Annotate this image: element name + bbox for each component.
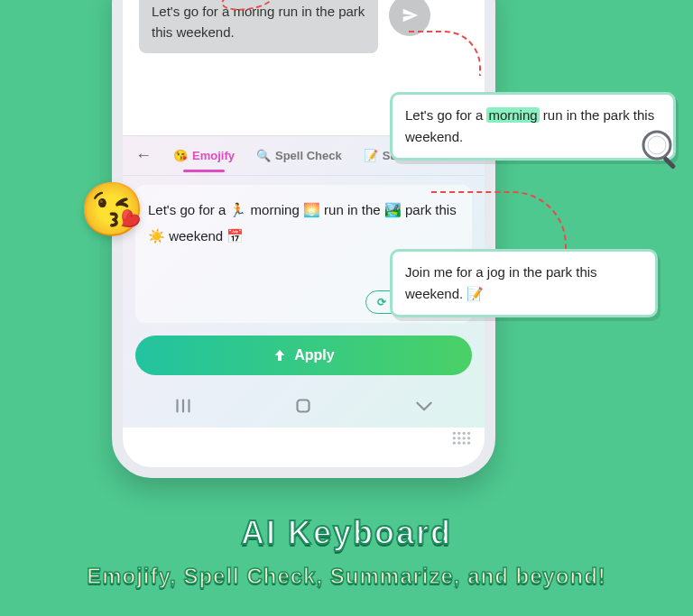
svg-point-2 xyxy=(457,432,460,435)
svg-point-4 xyxy=(467,432,470,435)
svg-point-7 xyxy=(463,437,466,439)
spellcheck-prefix: Let's go for a xyxy=(405,107,486,123)
up-arrow-icon xyxy=(273,348,287,363)
svg-rect-0 xyxy=(298,400,310,412)
spellcheck-callout: Let's go for a morning run in the park t… xyxy=(390,92,676,161)
svg-point-11 xyxy=(463,442,466,445)
recent-apps-button[interactable] xyxy=(171,394,195,421)
apply-button[interactable]: Apply xyxy=(135,336,472,375)
svg-point-3 xyxy=(463,432,466,435)
back-nav-button[interactable] xyxy=(412,394,436,421)
tab-spellcheck[interactable]: 🔍 Spell Check xyxy=(256,149,342,162)
keyboard-toggle-icon[interactable] xyxy=(450,429,474,456)
emojify-result-text: Let's go for a 🏃 morning 🌅 run in the 🏞️… xyxy=(148,202,457,244)
tab-emojify[interactable]: 😘 Emojify xyxy=(173,149,235,162)
headline: AI Keyboard xyxy=(0,514,693,552)
svg-point-1 xyxy=(453,432,456,435)
subline: Emojify, Spell Check, Summarize, and bey… xyxy=(0,564,693,589)
svg-point-10 xyxy=(457,442,460,445)
magnifier-icon xyxy=(639,127,682,170)
send-icon xyxy=(400,5,420,25)
note-icon: 📝 xyxy=(364,149,378,162)
decor-emoji: 😘 xyxy=(79,179,144,240)
svg-point-9 xyxy=(453,442,456,445)
svg-point-8 xyxy=(467,437,470,439)
android-navbar xyxy=(123,388,485,428)
svg-point-5 xyxy=(453,437,456,439)
svg-rect-15 xyxy=(662,156,676,170)
summarize-text: Join me for a jog in the park this weeke… xyxy=(405,264,597,301)
user-text-bubble[interactable]: Let's go for a moring run in the park th… xyxy=(139,0,378,53)
tab-emojify-label: Emojify xyxy=(192,149,235,162)
phone-frame: Let's go for a moring run in the park th… xyxy=(112,0,495,478)
magnifier-icon: 🔍 xyxy=(256,149,271,162)
face-kiss-icon: 😘 xyxy=(173,149,188,162)
apply-label: Apply xyxy=(294,347,334,363)
refresh-icon: ⟳ xyxy=(377,296,386,308)
summarize-callout: Join me for a jog in the park this weeke… xyxy=(390,249,658,317)
svg-point-12 xyxy=(467,442,470,445)
send-button[interactable] xyxy=(389,0,430,36)
svg-point-6 xyxy=(457,437,460,439)
home-button[interactable] xyxy=(291,394,315,421)
connector-line-spellcheck xyxy=(409,31,481,76)
spellcheck-correction: morning xyxy=(486,107,539,123)
back-button[interactable]: ← xyxy=(135,146,152,165)
tab-spellcheck-label: Spell Check xyxy=(275,149,342,162)
